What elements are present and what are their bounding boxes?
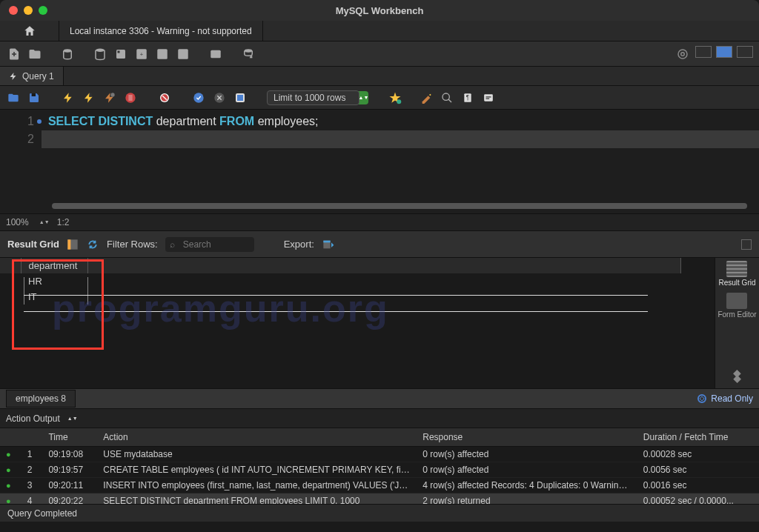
result-tabs-row: employees 8 Read Only bbox=[0, 388, 759, 409]
home-tab[interactable] bbox=[0, 21, 59, 41]
autocommit-icon[interactable] bbox=[233, 90, 248, 105]
open-file-icon[interactable] bbox=[6, 90, 21, 105]
no-icon[interactable] bbox=[157, 90, 172, 105]
filter-rows-input[interactable] bbox=[165, 237, 254, 252]
execute-icon[interactable] bbox=[61, 90, 76, 105]
nav-diamond-icon[interactable]: ◆◆ bbox=[733, 369, 741, 388]
col-header[interactable]: Action bbox=[97, 428, 417, 447]
col-header[interactable]: Duration / Fetch Time bbox=[637, 428, 759, 447]
connection-tab[interactable]: Local instance 3306 - Warning - not supp… bbox=[59, 21, 263, 41]
result-grid-view-button[interactable]: Result Grid bbox=[718, 261, 755, 287]
action-output-row[interactable]: ● 4 09:20:22 SELECT DISTINCT department … bbox=[0, 493, 759, 505]
svg-point-25 bbox=[443, 93, 449, 100]
limit-stepper-icon[interactable]: ▲▼ bbox=[358, 91, 368, 104]
explain-icon[interactable] bbox=[102, 90, 117, 105]
sql-icon-1[interactable] bbox=[208, 46, 224, 62]
svg-point-9 bbox=[245, 49, 253, 53]
stop-icon[interactable] bbox=[123, 90, 138, 105]
action-output-selector[interactable]: ▲▼ bbox=[67, 416, 75, 421]
col-header[interactable]: Response bbox=[417, 428, 637, 447]
panel-toggle-right[interactable] bbox=[737, 46, 753, 58]
action-output-header: Action Output ▲▼ bbox=[0, 409, 759, 428]
action-output-row[interactable]: ● 3 09:20:11 INSERT INTO employees (firs… bbox=[0, 478, 759, 493]
status-text: Query Completed bbox=[7, 508, 77, 519]
result-panel-toggle[interactable] bbox=[741, 239, 752, 250]
db-icon-1[interactable] bbox=[92, 46, 108, 62]
limit-rows-select[interactable]: Limit to 1000 rows bbox=[267, 90, 359, 105]
result-grid[interactable]: department HR IT bbox=[0, 258, 715, 305]
cell[interactable]: HR bbox=[21, 273, 87, 289]
action-output: Time Action Response Duration / Fetch Ti… bbox=[0, 428, 759, 504]
action-output-row[interactable]: ● 1 09:19:08 USE mydatabase 0 row(s) aff… bbox=[0, 447, 759, 462]
svg-point-20 bbox=[193, 93, 203, 102]
svg-rect-6 bbox=[157, 49, 168, 59]
result-tab[interactable]: employees 8 bbox=[6, 390, 76, 408]
close-window-button[interactable] bbox=[9, 6, 18, 15]
success-icon: ● bbox=[6, 496, 11, 504]
zoom-stepper[interactable]: ▲▼ bbox=[39, 220, 47, 225]
result-toolbar: Result Grid Filter Rows: ⌕ Export: bbox=[0, 231, 759, 258]
wrap-icon[interactable] bbox=[481, 90, 496, 105]
form-editor-view-button[interactable]: Form Editor bbox=[717, 293, 756, 319]
titlebar: MySQL Workbench bbox=[0, 0, 759, 21]
success-icon: ● bbox=[6, 450, 11, 459]
svg-rect-13 bbox=[90, 93, 91, 96]
minimize-window-button[interactable] bbox=[24, 6, 33, 15]
lightning-icon bbox=[9, 72, 18, 81]
rollback-icon[interactable] bbox=[212, 90, 227, 105]
action-output-row[interactable]: ● 2 09:19:57 CREATE TABLE employees ( id… bbox=[0, 462, 759, 478]
db-icon-5[interactable] bbox=[175, 46, 191, 62]
open-sql-file-icon[interactable] bbox=[27, 46, 43, 62]
panel-toggle-bottom[interactable] bbox=[716, 46, 732, 58]
sql-editor[interactable]: 1 2 SELECT DISTINCT department FROM empl… bbox=[0, 110, 759, 213]
readonly-icon bbox=[697, 394, 706, 403]
beautify-icon[interactable] bbox=[419, 90, 434, 105]
form-view-icon bbox=[726, 293, 747, 309]
grid-view-icon bbox=[726, 261, 747, 277]
code-area[interactable]: SELECT DISTINCT department FROM employee… bbox=[42, 110, 759, 213]
commit-icon[interactable] bbox=[191, 90, 206, 105]
settings-icon[interactable] bbox=[675, 46, 691, 62]
col-header[interactable]: Time bbox=[42, 428, 97, 447]
db-icon-4[interactable] bbox=[154, 46, 170, 62]
svg-rect-23 bbox=[237, 95, 243, 101]
cell[interactable]: IT bbox=[21, 289, 87, 305]
horizontal-scrollbar[interactable] bbox=[52, 203, 747, 209]
action-output-header-row: Time Action Response Duration / Fetch Ti… bbox=[0, 428, 759, 447]
action-output-table[interactable]: Time Action Response Duration / Fetch Ti… bbox=[0, 428, 759, 504]
sql-icon-2[interactable] bbox=[240, 46, 256, 62]
svg-rect-30 bbox=[67, 239, 70, 249]
svg-rect-3 bbox=[118, 50, 120, 53]
result-side-panel: Result Grid Form Editor ◆◆ bbox=[715, 258, 759, 388]
new-sql-tab-icon[interactable] bbox=[6, 46, 22, 62]
grid-icon[interactable] bbox=[67, 239, 79, 250]
panel-toggle-left[interactable] bbox=[695, 46, 712, 58]
result-area: programguru.org ▶ department HR IT Resul… bbox=[0, 258, 759, 388]
execute-current-icon[interactable] bbox=[82, 90, 96, 105]
svg-rect-28 bbox=[485, 94, 494, 101]
query-tab-1[interactable]: Query 1 bbox=[0, 67, 64, 85]
inspector-icon[interactable] bbox=[59, 46, 76, 62]
db-icon-2[interactable] bbox=[113, 46, 129, 62]
svg-point-0 bbox=[64, 49, 72, 53]
db-icon-3[interactable]: + bbox=[133, 46, 150, 62]
export-icon[interactable] bbox=[322, 239, 335, 250]
filter-rows-label: Filter Rows: bbox=[107, 239, 158, 250]
svg-text:+: + bbox=[140, 51, 144, 58]
table-row[interactable]: IT bbox=[0, 289, 680, 305]
save-file-icon[interactable] bbox=[27, 90, 42, 105]
svg-point-1 bbox=[96, 48, 105, 52]
column-header[interactable]: department bbox=[21, 258, 87, 273]
connection-tabs: Local instance 3306 - Warning - not supp… bbox=[0, 21, 759, 41]
query-tabs: Query 1 bbox=[0, 67, 759, 86]
toggle-invisible-icon[interactable]: ¶ bbox=[460, 90, 475, 105]
svg-rect-12 bbox=[32, 93, 36, 96]
refresh-icon[interactable] bbox=[86, 239, 99, 250]
svg-point-11 bbox=[681, 52, 685, 56]
main-toolbar: + bbox=[0, 41, 759, 67]
zoom-window-button[interactable] bbox=[39, 6, 47, 15]
table-row[interactable]: HR bbox=[0, 273, 680, 289]
star-icon[interactable] bbox=[388, 90, 402, 105]
search-icon: ⌕ bbox=[170, 239, 175, 250]
find-icon[interactable] bbox=[440, 90, 454, 105]
